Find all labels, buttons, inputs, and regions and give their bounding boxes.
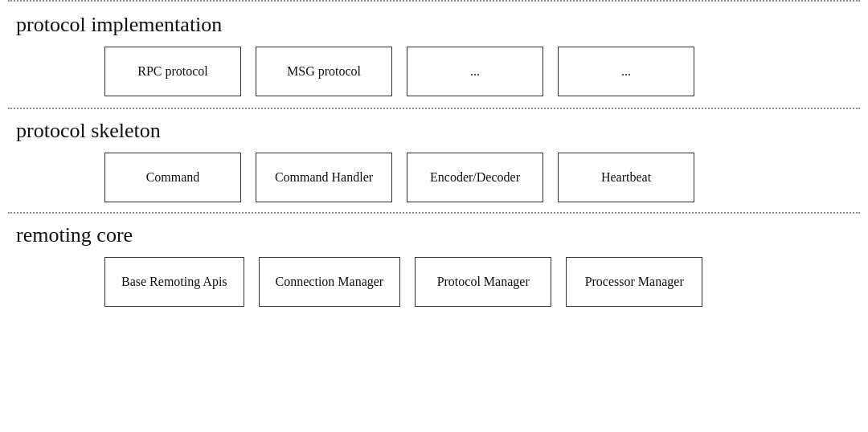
protocol-implementation-title: protocol implementation [16,13,852,37]
msg-protocol-box: MSG protocol [256,47,392,96]
protocol-manager-box: Protocol Manager [415,257,551,307]
remoting-core-section: remoting core Base Remoting Apis Connect… [0,214,868,320]
protocol-implementation-section: protocol implementation RPC protocol MSG… [0,2,868,108]
remoting-core-title: remoting core [16,223,852,247]
connection-manager-label: Connection Manager [276,275,384,289]
protocol-manager-label: Protocol Manager [437,275,530,289]
command-label: Command [146,170,200,185]
msg-protocol-label: MSG protocol [287,64,361,79]
connection-manager-box: Connection Manager [259,257,401,307]
remoting-core-boxes: Base Remoting Apis Connection Manager Pr… [104,257,852,307]
encoder-decoder-box: Encoder/Decoder [407,153,543,202]
processor-manager-box: Processor Manager [566,257,702,307]
protocol-implementation-boxes: RPC protocol MSG protocol ... ... [104,47,852,96]
protocol-skeleton-title: protocol skeleton [16,119,852,143]
page: protocol implementation RPC protocol MSG… [0,0,868,432]
command-handler-label: Command Handler [275,170,373,185]
ellipsis-label-2: ... [621,64,631,79]
protocol-skeleton-boxes: Command Command Handler Encoder/Decoder … [104,153,852,202]
ellipsis-box-2: ... [558,47,694,96]
encoder-decoder-label: Encoder/Decoder [430,170,520,185]
base-remoting-apis-label: Base Remoting Apis [121,275,227,289]
command-handler-box: Command Handler [256,153,392,202]
heartbeat-label: Heartbeat [601,170,651,185]
ellipsis-label-1: ... [470,64,480,79]
base-remoting-apis-box: Base Remoting Apis [104,257,244,307]
rpc-protocol-box: RPC protocol [104,47,241,96]
ellipsis-box-1: ... [407,47,543,96]
processor-manager-label: Processor Manager [585,275,684,289]
heartbeat-box: Heartbeat [558,153,694,202]
command-box: Command [104,153,241,202]
rpc-protocol-label: RPC protocol [137,64,208,79]
protocol-skeleton-section: protocol skeleton Command Command Handle… [0,109,868,212]
